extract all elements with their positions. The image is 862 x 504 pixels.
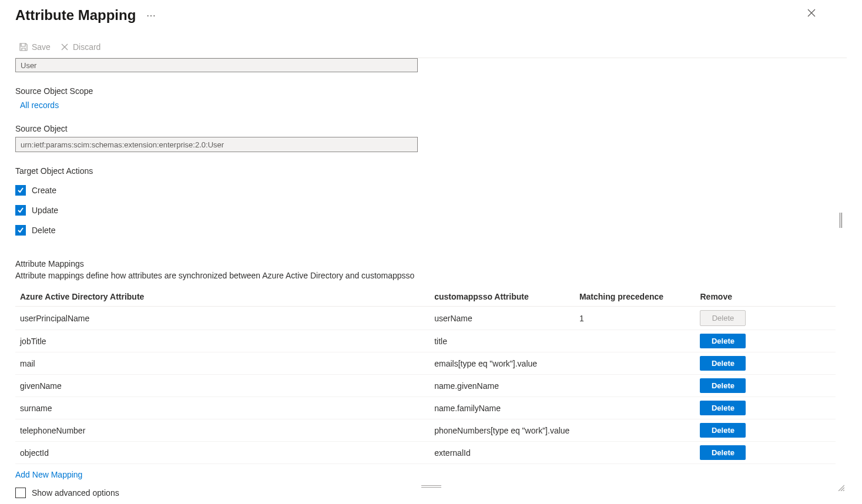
cell-target-attribute: title — [430, 330, 575, 352]
page-title: Attribute Mapping — [15, 7, 136, 23]
source-object-input[interactable] — [15, 137, 418, 152]
source-object-scope-label: Source Object Scope — [15, 86, 836, 96]
discard-button[interactable]: Discard — [60, 42, 100, 52]
attribute-mappings-table: Azure Active Directory Attribute customa… — [15, 287, 836, 464]
table-row[interactable]: mailemails[type eq "work"].valueDelete — [15, 352, 836, 375]
delete-button: Delete — [700, 310, 746, 326]
table-row[interactable]: userPrincipalNameuserName1Delete — [15, 307, 836, 330]
check-icon — [17, 207, 24, 214]
cell-target-attribute: userName — [430, 307, 575, 330]
scroll-hint-icon — [840, 213, 842, 228]
resize-handle-icon[interactable] — [421, 485, 441, 488]
update-checkbox[interactable] — [15, 205, 26, 216]
table-row[interactable]: jobTitletitleDelete — [15, 330, 836, 352]
save-button-label: Save — [32, 42, 51, 52]
col-header-precedence: Matching precedence — [575, 287, 696, 307]
source-scope-link[interactable]: All records — [20, 100, 59, 110]
col-header-target: customappsso Attribute — [430, 287, 575, 307]
save-button[interactable]: Save — [19, 42, 51, 52]
delete-button[interactable]: Delete — [700, 334, 746, 348]
table-row[interactable]: surnamename.familyNameDelete — [15, 397, 836, 419]
col-header-remove: Remove — [695, 287, 836, 307]
add-new-mapping-link[interactable]: Add New Mapping — [15, 470, 82, 479]
update-checkbox-label: Update — [32, 206, 58, 215]
cell-remove: Delete — [695, 442, 836, 464]
cell-remove: Delete — [695, 307, 836, 330]
check-icon — [17, 227, 24, 234]
cell-target-attribute: name.givenName — [430, 375, 575, 397]
cell-aad-attribute: objectId — [15, 442, 430, 464]
resize-corner-icon[interactable] — [836, 483, 844, 491]
check-icon — [17, 187, 24, 194]
delete-button[interactable]: Delete — [700, 378, 746, 393]
more-icon[interactable]: ⋯ — [146, 10, 156, 21]
close-icon[interactable] — [807, 8, 816, 19]
discard-icon — [60, 42, 69, 52]
cell-remove: Delete — [695, 397, 836, 419]
show-advanced-label: Show advanced options — [32, 488, 119, 498]
cell-target-attribute: name.familyName — [430, 397, 575, 419]
delete-button[interactable]: Delete — [700, 401, 746, 415]
save-icon — [19, 42, 28, 52]
table-row[interactable]: telephoneNumberphoneNumbers[type eq "wor… — [15, 419, 836, 442]
table-row[interactable]: givenNamename.givenNameDelete — [15, 375, 836, 397]
attribute-mappings-title: Attribute Mappings — [15, 259, 836, 268]
cell-aad-attribute: userPrincipalName — [15, 307, 430, 330]
delete-button[interactable]: Delete — [700, 423, 746, 438]
cell-remove: Delete — [695, 330, 836, 352]
delete-button[interactable]: Delete — [700, 356, 746, 371]
user-type-input[interactable] — [15, 58, 418, 72]
cell-remove: Delete — [695, 375, 836, 397]
cell-target-attribute: emails[type eq "work"].value — [430, 352, 575, 375]
cell-matching-precedence — [575, 352, 696, 375]
create-checkbox[interactable] — [15, 185, 26, 196]
cell-remove: Delete — [695, 419, 836, 442]
cell-aad-attribute: mail — [15, 352, 430, 375]
cell-remove: Delete — [695, 352, 836, 375]
cell-matching-precedence — [575, 375, 696, 397]
cell-matching-precedence — [575, 330, 696, 352]
col-header-aad: Azure Active Directory Attribute — [15, 287, 430, 307]
delete-checkbox[interactable] — [15, 225, 26, 236]
table-row[interactable]: objectIdexternalIdDelete — [15, 442, 836, 464]
cell-aad-attribute: jobTitle — [15, 330, 430, 352]
cell-matching-precedence — [575, 419, 696, 442]
cell-aad-attribute: surname — [15, 397, 430, 419]
discard-button-label: Discard — [73, 42, 100, 52]
create-checkbox-label: Create — [32, 186, 56, 195]
cell-aad-attribute: telephoneNumber — [15, 419, 430, 442]
source-object-label: Source Object — [15, 124, 836, 133]
cell-matching-precedence — [575, 397, 696, 419]
attribute-mappings-description: Attribute mappings define how attributes… — [15, 271, 836, 280]
delete-checkbox-label: Delete — [32, 226, 55, 235]
cell-matching-precedence — [575, 442, 696, 464]
delete-button[interactable]: Delete — [700, 445, 746, 460]
show-advanced-checkbox[interactable] — [15, 488, 26, 498]
cell-target-attribute: phoneNumbers[type eq "work"].value — [430, 419, 575, 442]
cell-aad-attribute: givenName — [15, 375, 430, 397]
target-object-actions-label: Target Object Actions — [15, 166, 836, 176]
cell-matching-precedence: 1 — [575, 307, 696, 330]
cell-target-attribute: externalId — [430, 442, 575, 464]
